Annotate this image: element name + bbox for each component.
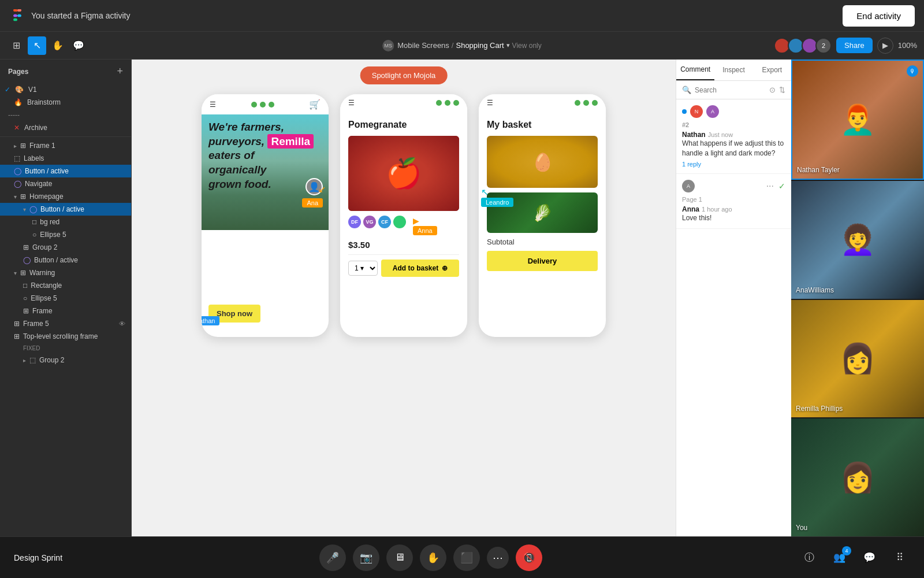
product-price: $3.50 (348, 240, 459, 250)
comment-reply-1[interactable]: 1 reply (682, 161, 785, 168)
share-button[interactable]: Share (836, 38, 873, 53)
more-options-button[interactable]: ⋯ (487, 547, 509, 569)
video-name-nathan: Nathan Tayler (797, 166, 840, 174)
phone-frame-2[interactable]: ☰ Pomegranate 🍎 DF (340, 94, 467, 337)
basket-icon-1: 🛒 (309, 99, 321, 110)
breadcrumb: MS Mobile Screens / Shopping Cart ▾ View… (382, 40, 542, 51)
pages-label: Pages (8, 68, 28, 76)
layer-homepage[interactable]: ▾ ⊞ Homepage (0, 190, 131, 203)
rect-icon: □ (32, 218, 36, 226)
status-dots-3 (575, 100, 598, 106)
add-to-basket: 1 ▾ Add to basket ⊕ (348, 260, 459, 277)
frame-icon: ⊞ (20, 142, 26, 150)
comment-search-input[interactable] (695, 86, 766, 94)
layer-ellipse5[interactable]: ○ Ellipse 5 (0, 228, 131, 241)
phone-status-bar-3: ☰ (479, 94, 606, 112)
layer-frame5[interactable]: ⊞ Frame 5 👁 (0, 317, 131, 330)
page-brainstorm[interactable]: 🔥 Brainstorm (0, 96, 131, 109)
grid-tool-button[interactable]: ⊞ (7, 36, 25, 55)
tab-inspect[interactable]: Inspect (714, 60, 752, 80)
layer-rectangle[interactable]: □ Rectangle (0, 279, 131, 292)
phone-status-bar-1: ☰ 🛒 (202, 94, 329, 114)
farm-text: We're farmers,purveyors, Remilla eaters … (208, 120, 322, 191)
layer-group2b[interactable]: ▸ ⬚ Group 2 (0, 354, 131, 366)
layer-ellipse5b[interactable]: ○ Ellipse 5 (0, 292, 131, 305)
hand-raise-button[interactable]: ✋ (420, 544, 446, 571)
layer-button-active-2[interactable]: ▾ ◯ Button / active (0, 203, 131, 216)
breadcrumb-filename[interactable]: Shopping Cart (456, 41, 504, 50)
separator-dashes: ----- (0, 109, 131, 121)
sort-icon[interactable]: ⇅ (779, 86, 785, 94)
expand-icon-4: ▾ (14, 270, 17, 276)
expand-icon-5: ▸ (23, 357, 26, 364)
comment-more-icon[interactable]: ··· (766, 181, 774, 191)
filter-icon[interactable]: ⊙ (769, 86, 776, 94)
present-button[interactable]: ⬛ (453, 544, 480, 571)
spotlight-banner[interactable]: Spotlight on Mojola (360, 66, 448, 84)
phone-status-bar-2: ☰ (340, 94, 467, 112)
video-tile-you: 👩 You (791, 418, 924, 536)
phone-frame-3[interactable]: ☰ My basket 🥚 🥬 Subtotal Delivery (479, 94, 606, 337)
screen-share-button[interactable]: 🖥 (386, 544, 413, 571)
people-button[interactable]: 👥 4 (829, 547, 850, 568)
layer-group2[interactable]: ⊞ Group 2 (0, 241, 131, 254)
cursor-label-ana: Ana (302, 198, 323, 208)
layer-warning[interactable]: ▾ ⊞ Warning (0, 266, 131, 279)
canvas-area[interactable]: Spotlight on Mojola ↖ Leandro ☰ 🛒 (132, 60, 676, 536)
cursor-label-leandro: Leandro (481, 198, 513, 207)
phone-frame-1[interactable]: ☰ 🛒 We're farmers,purveyors, Remilla eat… (202, 94, 329, 337)
cursor-leandro: ↖ Leandro (481, 187, 489, 198)
page-v1[interactable]: ✓ 🎨 V1 (0, 83, 131, 96)
figma-logo (9, 8, 25, 24)
page-brainstorm-label: Brainstorm (27, 98, 61, 106)
comment-text-1: What happens if we adjust this to handle… (682, 139, 785, 158)
layer-button-active-3[interactable]: ◯ Button / active (0, 254, 131, 266)
quantity-select[interactable]: 1 ▾ (348, 261, 378, 276)
layer-ellipse5-label: Ellipse 5 (40, 231, 66, 239)
add-page-button[interactable]: + (117, 65, 123, 77)
end-activity-button[interactable]: End activity (843, 5, 915, 27)
tab-comment[interactable]: Comment (676, 60, 714, 80)
user-avatars-row: DF VG CF ▶ Anna (348, 216, 459, 228)
dot2 (260, 102, 266, 108)
layer-button-active-1[interactable]: ◯ Button / active (0, 165, 131, 177)
cursor-anna-container: ▶ Anna (413, 216, 419, 228)
cursor-label-nathan: Nathan (202, 316, 219, 325)
delivery-button[interactable]: Delivery (487, 251, 598, 271)
layer-labels[interactable]: ⬚ Labels (0, 152, 131, 165)
info-button[interactable]: ⓘ (799, 547, 820, 568)
hand-tool-button[interactable]: ✋ (49, 36, 67, 55)
group-icon-3: ⬚ (29, 356, 36, 364)
chat-button[interactable]: 💬 (859, 547, 880, 568)
layer-frame1[interactable]: ▸ ⊞ Frame 1 (0, 139, 131, 152)
layer-navigate[interactable]: ◯ Navigate (0, 177, 131, 190)
layer-labels-label: Labels (24, 154, 44, 162)
apps-button[interactable]: ⠿ (889, 547, 910, 568)
end-call-button[interactable]: 📵 (516, 544, 542, 571)
status-dots-1 (251, 102, 274, 108)
comment-2-avatar-row: A (682, 180, 695, 192)
comment-tool-button[interactable]: 💬 (69, 36, 88, 55)
zoom-level[interactable]: 100% (898, 41, 917, 50)
toolbar: ⊞ ↖ ✋ 💬 MS Mobile Screens / Shopping Car… (0, 32, 924, 60)
mic-button[interactable]: 🎤 (319, 544, 346, 571)
bottom-right-controls: ⓘ 👥 4 💬 ⠿ (799, 547, 910, 568)
layer-top-level[interactable]: ⊞ Top-level scrolling frame (0, 330, 131, 343)
comment-check-icon[interactable]: ✓ (778, 181, 785, 191)
breadcrumb-dropdown-button[interactable]: ▾ (506, 42, 510, 49)
camera-button[interactable]: 📷 (353, 544, 379, 571)
visibility-icon[interactable]: 👁 (119, 320, 125, 327)
mic-active-icon: 🎙 (907, 65, 918, 77)
tab-export[interactable]: Export (753, 60, 791, 80)
layer-top-level-label: Top-level scrolling frame (23, 332, 98, 340)
page-archive[interactable]: ✕ Archive (0, 121, 131, 134)
dot3 (269, 102, 274, 108)
add-to-basket-button[interactable]: Add to basket ⊕ (381, 260, 459, 277)
layer-frame-inner[interactable]: ⊞ Frame (0, 305, 131, 317)
video-panel: 👨‍🦰 🎙 Nathan Tayler 👩‍🦱 AnaWilliams 👩 Re… (791, 60, 924, 536)
price-divider (348, 254, 459, 255)
layer-bg-red[interactable]: □ bg red (0, 216, 131, 228)
video-name-remilla: Remilla Phillips (796, 405, 843, 413)
select-tool-button[interactable]: ↖ (28, 36, 46, 55)
play-button[interactable]: ▶ (877, 38, 893, 54)
